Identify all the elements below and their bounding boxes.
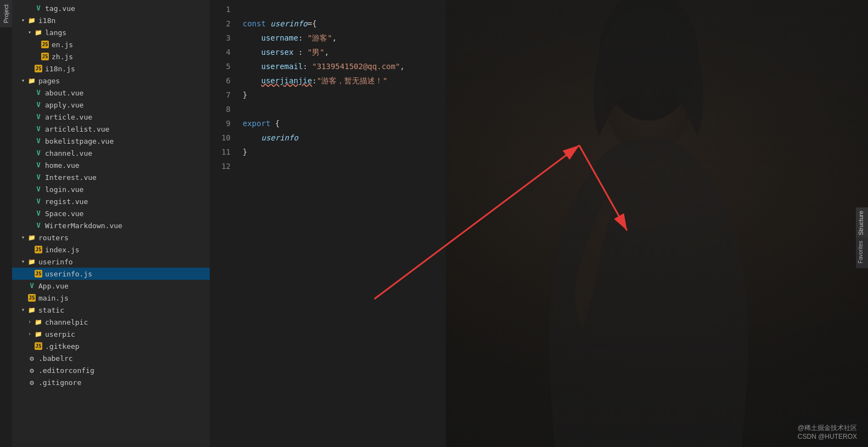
structure-tab[interactable]: Structure	[856, 207, 868, 240]
code-line-9: export {	[243, 116, 446, 131]
code-line-12	[243, 159, 446, 173]
list-item[interactable]: JS index.js	[12, 244, 210, 256]
js-file-icon: JS	[34, 245, 43, 254]
arrow-icon	[19, 305, 27, 314]
list-item[interactable]: WirterMarkdown.vue	[12, 219, 210, 231]
js-file-icon: JS	[41, 52, 49, 61]
list-item[interactable]: 📁 userpic	[12, 328, 210, 340]
list-item[interactable]: 📁 channelpic	[12, 316, 210, 328]
vue-file-icon	[34, 137, 43, 145]
vue-file-icon	[34, 4, 43, 13]
vue-file-icon	[34, 221, 43, 230]
userinfo-js-file[interactable]: JS userinfo.js	[12, 268, 210, 280]
code-line-10: userinfo	[243, 131, 446, 145]
js-file-icon: JS	[34, 64, 43, 73]
main-editor-area: 1 2 3 4 5 6 7 8 9 10 11 12 const userinf…	[210, 0, 868, 447]
project-tab[interactable]: Project	[0, 0, 12, 27]
vue-file-icon	[34, 161, 43, 169]
favorites-tab[interactable]: Favorites	[856, 237, 868, 268]
arrow-icon	[25, 330, 34, 338]
folder-icon: 📁	[27, 305, 36, 314]
list-item[interactable]: ⚙ .gitignore	[12, 376, 210, 388]
list-item[interactable]: JS zh.js	[12, 50, 210, 63]
watermark-line2: CSDN @HUTEROX	[798, 433, 857, 440]
folder-icon: 📁	[34, 28, 43, 37]
routers-folder[interactable]: 📁 routers	[12, 231, 210, 244]
file-tree: tag.vue 📁 i18n 📁 langs JS en.js	[12, 0, 210, 391]
list-item[interactable]: tag.vue	[12, 2, 210, 14]
project-tab-label: Project	[3, 4, 9, 23]
line-numbers: 1 2 3 4 5 6 7 8 9 10 11 12	[210, 0, 237, 447]
list-item[interactable]: 📁 langs	[12, 26, 210, 38]
code-text: const userinfo={ username: "游客", usersex…	[237, 0, 446, 447]
vue-file-icon	[34, 173, 43, 182]
folder-icon: 📁	[27, 76, 36, 85]
arrow-icon	[25, 318, 34, 326]
vue-file-icon	[34, 125, 43, 133]
vue-file-icon	[34, 197, 43, 206]
folder-icon: 📁	[34, 318, 43, 326]
list-item[interactable]: about.vue	[12, 87, 210, 99]
list-item[interactable]: 📁 static	[12, 304, 210, 316]
code-line-4: usersex : "男",	[243, 45, 446, 59]
list-item[interactable]: articlelist.vue	[12, 123, 210, 135]
folder-icon: 📁	[27, 233, 36, 242]
folder-icon: 📁	[27, 257, 36, 266]
code-line-5: useremail: "3139541502@qq.com",	[243, 59, 446, 73]
js-file-icon: JS	[41, 40, 49, 49]
list-item[interactable]: JS main.js	[12, 292, 210, 304]
favorites-tab-label: Favorites	[858, 241, 864, 263]
vue-file-icon	[27, 281, 36, 290]
vue-file-icon	[34, 112, 43, 121]
code-line-8	[243, 102, 446, 116]
list-item[interactable]: Space.vue	[12, 207, 210, 219]
list-item[interactable]: 📁 pages	[12, 75, 210, 87]
folder-icon: 📁	[27, 16, 36, 25]
js-file-icon: JS	[34, 342, 43, 350]
code-editor: 1 2 3 4 5 6 7 8 9 10 11 12 const userinf…	[210, 0, 446, 447]
arrow-icon	[19, 16, 27, 25]
list-item[interactable]: bokelistpage.vue	[12, 135, 210, 147]
arrow-icon	[25, 28, 34, 37]
list-item[interactable]: ⚙ .babelrc	[12, 352, 210, 364]
list-item[interactable]: channel.vue	[12, 147, 210, 159]
list-item[interactable]: JS .gitkeep	[12, 340, 210, 352]
list-item[interactable]: apply.vue	[12, 99, 210, 111]
file-tree-sidebar: tag.vue 📁 i18n 📁 langs JS en.js	[12, 0, 210, 447]
code-line-1	[243, 2, 446, 16]
js-file-icon: JS	[27, 293, 36, 302]
vue-file-icon	[34, 100, 43, 109]
vue-file-icon	[34, 149, 43, 157]
list-item[interactable]: Interest.vue	[12, 171, 210, 183]
code-line-11: }	[243, 145, 446, 159]
structure-tab-label: Structure	[858, 211, 864, 235]
config-file-icon: ⚙	[27, 354, 36, 363]
folder-icon: 📁	[34, 330, 43, 338]
code-line-7: }	[243, 88, 446, 102]
vue-file-icon	[34, 88, 43, 97]
list-item[interactable]: JS i18n.js	[12, 63, 210, 75]
arrow-icon	[19, 76, 27, 85]
code-line-3: username: "游客",	[243, 31, 446, 45]
file-tree-container: tag.vue 📁 i18n 📁 langs JS en.js	[12, 0, 210, 447]
code-line-6: userjianjie:"游客，暂无描述！"	[243, 73, 446, 88]
arrow-icon	[19, 257, 27, 266]
arrow-icon	[19, 233, 27, 242]
list-item[interactable]: login.vue	[12, 183, 210, 195]
watermark: @稀土掘金技术社区 CSDN @HUTEROX	[798, 423, 857, 440]
code-content-area: 1 2 3 4 5 6 7 8 9 10 11 12 const userinf…	[210, 0, 446, 447]
list-item[interactable]: regist.vue	[12, 195, 210, 207]
list-item[interactable]: JS en.js	[12, 38, 210, 50]
js-file-icon: JS	[34, 269, 43, 278]
code-line-2: const userinfo={	[243, 16, 446, 31]
list-item[interactable]: App.vue	[12, 280, 210, 292]
list-item[interactable]: 📁 i18n	[12, 14, 210, 26]
watermark-line1: @稀土掘金技术社区	[798, 423, 857, 433]
list-item[interactable]: home.vue	[12, 159, 210, 171]
config-file-icon: ⚙	[27, 378, 36, 387]
config-file-icon: ⚙	[27, 366, 36, 375]
userinfo-folder[interactable]: 📁 userinfo	[12, 256, 210, 268]
list-item[interactable]: article.vue	[12, 111, 210, 123]
list-item[interactable]: ⚙ .editorconfig	[12, 364, 210, 376]
vue-file-icon	[34, 209, 43, 218]
